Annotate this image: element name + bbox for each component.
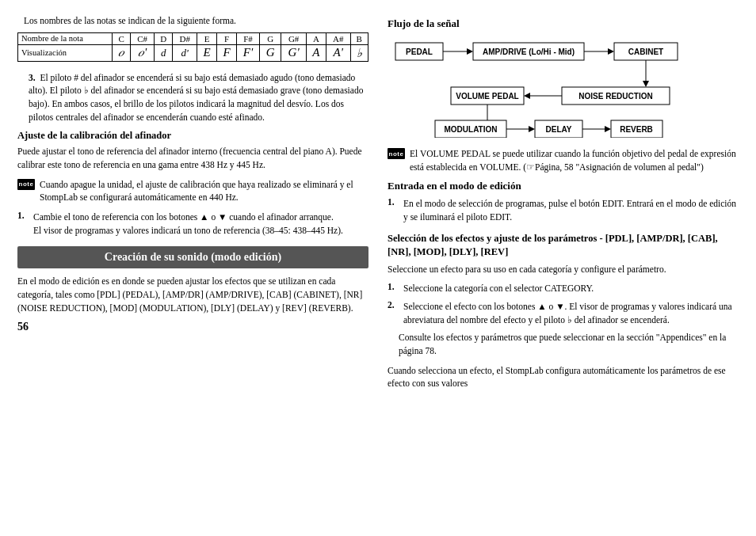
seleccion-heading: Selección de los efectos y ajuste de los… xyxy=(388,232,739,260)
disp-Fs: F' xyxy=(236,44,259,61)
signal-flow-heading: Flujo de la señal xyxy=(388,17,739,30)
disp-Ds: d' xyxy=(173,44,197,61)
svg-text:PEDAL: PEDAL xyxy=(406,48,433,56)
seleccion-step2: 2. Seleccione el efecto con los botones … xyxy=(388,300,739,326)
svg-text:CABINET: CABINET xyxy=(628,48,663,56)
disp-A: A xyxy=(306,44,326,61)
entrada-step1-content: En el modo de selección de programas, pu… xyxy=(403,197,739,223)
seleccion-step1-text: Seleccione la categoría con el selector … xyxy=(403,282,594,295)
seleccion-step1-num: 1. xyxy=(388,282,399,295)
disp-Cs: 𝑜' xyxy=(131,44,155,61)
seleccion-step2-text: Seleccione el efecto con los botones ▲ o… xyxy=(403,300,739,326)
left-column: Los nombres de las notas se indican de l… xyxy=(17,14,368,397)
entrada-step1-text: En el modo de selección de programas, pu… xyxy=(403,199,736,222)
svg-text:AMP/DRIVE (Lo/Hi - Mid): AMP/DRIVE (Lo/Hi - Mid) xyxy=(483,48,575,56)
note-Gs: G# xyxy=(281,32,307,44)
seleccion-note: Consulte los efectos y parámetros que pu… xyxy=(399,331,739,357)
svg-text:NOISE REDUCTION: NOISE REDUCTION xyxy=(578,92,652,101)
step1-num: 1. xyxy=(17,211,29,237)
svg-text:DELAY: DELAY xyxy=(546,125,572,134)
note-C: C xyxy=(112,32,130,44)
disp-G: G xyxy=(260,44,281,61)
calibration-note-text: Cuando apague la unidad, el ajuste de ca… xyxy=(40,178,368,204)
note-D: D xyxy=(155,32,173,44)
signal-flow-diagram: PEDAL AMP/DRIVE (Lo/Hi - Mid) CABINET xyxy=(388,35,739,139)
entrada-heading: Entrada en el modo de edición xyxy=(388,180,739,192)
disp-B: ♭ xyxy=(350,44,368,61)
num-bold: 3. xyxy=(29,73,36,82)
disp-D: d xyxy=(155,44,173,61)
calibration-body1: Puede ajustar el tono de referencia del … xyxy=(17,145,368,171)
step1-content: Cambie el tono de referencia con los bot… xyxy=(33,211,343,237)
note-As: A# xyxy=(326,32,350,44)
svg-text:REVERB: REVERB xyxy=(620,125,653,134)
signal-flow-note: note El VOLUME PEDAL se puede utilizar c… xyxy=(388,147,739,173)
mode-edicion-body1: En el modo de edición es en donde se pue… xyxy=(17,275,368,314)
note-E: E xyxy=(197,32,217,44)
calibration-note: note Cuando apague la unidad, el ajuste … xyxy=(17,178,368,204)
disp-F: F xyxy=(217,44,237,61)
disp-Gs: G' xyxy=(281,44,307,61)
note-Fs: F# xyxy=(236,32,259,44)
note-B: B xyxy=(350,32,368,44)
note-Ds: D# xyxy=(173,32,197,44)
seleccion-step1: 1. Seleccione la categoría con el select… xyxy=(388,282,739,295)
signal-flow-svg: PEDAL AMP/DRIVE (Lo/Hi - Mid) CABINET xyxy=(388,35,728,138)
calibration-step1: 1. Cambie el tono de referencia con los … xyxy=(17,211,368,237)
svg-marker-23 xyxy=(529,126,535,132)
disp-E: E xyxy=(197,44,217,61)
page-number: 56 xyxy=(17,321,368,333)
disp-C: 𝑜 xyxy=(112,44,130,61)
svg-text:VOLUME PEDAL: VOLUME PEDAL xyxy=(456,92,518,101)
step1-sub: El visor de programas y valores indicará… xyxy=(33,226,343,235)
intro-text: Los nombres de las notas se indican de l… xyxy=(24,14,368,28)
svg-marker-3 xyxy=(467,48,473,55)
seleccion-intro: Seleccione un efecto para su uso en cada… xyxy=(388,263,739,276)
note-F: F xyxy=(217,32,237,44)
entrada-step1-num: 1. xyxy=(388,197,399,223)
note-icon-signal: note xyxy=(388,148,405,159)
entrada-step1: 1. En el modo de selección de programas,… xyxy=(388,197,739,223)
row2-label: Visualización xyxy=(18,44,113,61)
row1-label: Nombre de la nota xyxy=(18,32,113,44)
svg-marker-27 xyxy=(605,126,611,132)
calibration-heading: Ajuste de la calibración del afinador xyxy=(17,130,368,142)
note-icon-calibration: note xyxy=(17,179,35,190)
seleccion-step2-num: 2. xyxy=(388,300,399,326)
note-G: G xyxy=(260,32,281,44)
section-banner: Creación de su sonido (modo edición) xyxy=(17,246,368,268)
right-column: Flujo de la señal PEDAL AMP/DRIVE (Lo/Hi… xyxy=(388,14,739,397)
tuner-body1: 3. El piloto # del afinador se encenderá… xyxy=(17,71,368,124)
seleccion-footer: Cuando selecciona un efecto, el StompLab… xyxy=(388,364,739,390)
note-name-table: Nombre de la nota C C# D D# E F F# G G# … xyxy=(17,32,368,62)
note-A: A xyxy=(306,32,326,44)
disp-As: A' xyxy=(326,44,350,61)
svg-text:MODULATION: MODULATION xyxy=(444,125,497,134)
signal-flow-note-text: El VOLUME PEDAL se puede utilizar cuando… xyxy=(410,147,739,173)
svg-marker-11 xyxy=(643,81,649,87)
step1-text: Cambie el tono de referencia con los bot… xyxy=(33,212,334,222)
svg-marker-7 xyxy=(608,48,614,55)
svg-marker-15 xyxy=(524,93,530,99)
note-Cs: C# xyxy=(131,32,155,44)
